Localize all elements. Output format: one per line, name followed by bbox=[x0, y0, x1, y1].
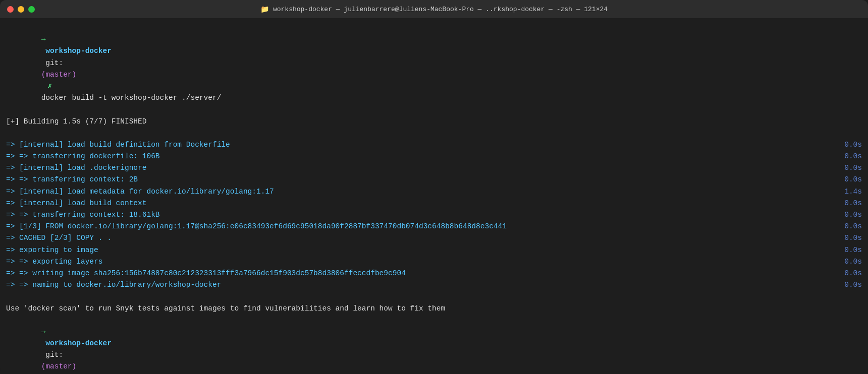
step-timing-11: 0.0s bbox=[834, 256, 862, 268]
minimize-button[interactable] bbox=[18, 6, 24, 13]
step-line-7: => => transferring context: 18.61kB 0.0s bbox=[6, 209, 862, 221]
folder-icon: 📁 bbox=[260, 5, 269, 14]
blank-line-1 bbox=[6, 128, 862, 139]
maximize-button[interactable] bbox=[28, 6, 35, 13]
prompt-line-2: → workshop-docker git: (master) ✗ docker… bbox=[6, 315, 862, 374]
prompt-git-1: git: bbox=[41, 59, 64, 67]
step-timing-8: 0.0s bbox=[834, 221, 862, 232]
step-line-2: => => transferring dockerfile: 106B 0.0s bbox=[6, 151, 862, 162]
step-text-13: => => naming to docker.io/library/worksh… bbox=[6, 279, 834, 291]
step-line-3: => [internal] load .dockerignore 0.0s bbox=[6, 162, 862, 174]
step-timing-4: 0.0s bbox=[834, 174, 862, 185]
step-timing-5: 1.4s bbox=[834, 186, 862, 198]
step-timing-12: 0.0s bbox=[834, 268, 862, 279]
step-text-2: => => transferring dockerfile: 106B bbox=[6, 151, 834, 162]
step-line-8: => [1/3] FROM docker.io/library/golang:1… bbox=[6, 221, 862, 232]
prompt-branch-2: (master) bbox=[41, 362, 77, 370]
step-line-5: => [internal] load metadata for docker.i… bbox=[6, 186, 862, 198]
step-line-1: => [internal] load build definition from… bbox=[6, 139, 862, 151]
terminal-body[interactable]: → workshop-docker git: (master) ✗ docker… bbox=[0, 18, 868, 374]
step-text-5: => [internal] load metadata for docker.i… bbox=[6, 186, 834, 198]
prompt-arrow-1: → bbox=[41, 35, 46, 43]
step-text-4: => => transferring context: 2B bbox=[6, 174, 834, 185]
step-line-12: => => writing image sha256:156b74887c80c… bbox=[6, 268, 862, 279]
step-text-9: => CACHED [2/3] COPY . . bbox=[6, 232, 834, 244]
step-timing-7: 0.0s bbox=[834, 209, 862, 221]
building-text: [+] Building 1.5s (7/7) FINISHED bbox=[6, 116, 862, 128]
step-text-7: => => transferring context: 18.61kB bbox=[6, 209, 834, 221]
window-controls bbox=[7, 6, 35, 13]
step-timing-13: 0.0s bbox=[834, 279, 862, 291]
snyk-notice-text: Use 'docker scan' to run Snyk tests agai… bbox=[6, 303, 862, 315]
prompt-line-1: → workshop-docker git: (master) ✗ docker… bbox=[6, 22, 862, 116]
step-timing-6: 0.0s bbox=[834, 198, 862, 209]
terminal-window: 📁 workshop-docker — julienbarrere@Julien… bbox=[0, 0, 868, 374]
step-timing-1: 0.0s bbox=[834, 139, 862, 151]
step-text-12: => => writing image sha256:156b74887c80c… bbox=[6, 268, 834, 279]
snyk-notice-line: Use 'docker scan' to run Snyk tests agai… bbox=[6, 303, 862, 315]
prompt-x-1: ✗ bbox=[43, 82, 57, 90]
blank-line-2 bbox=[6, 291, 862, 302]
close-button[interactable] bbox=[7, 6, 14, 13]
step-line-9: => CACHED [2/3] COPY . . 0.0s bbox=[6, 232, 862, 244]
step-text-1: => [internal] load build definition from… bbox=[6, 139, 834, 151]
step-line-11: => => exporting layers 0.0s bbox=[6, 256, 862, 268]
step-text-3: => [internal] load .dockerignore bbox=[6, 162, 834, 174]
building-line: [+] Building 1.5s (7/7) FINISHED bbox=[6, 116, 862, 128]
step-text-8: => [1/3] FROM docker.io/library/golang:1… bbox=[6, 221, 834, 232]
prompt-dir-2: workshop-docker bbox=[41, 339, 112, 347]
step-timing-9: 0.0s bbox=[834, 232, 862, 244]
step-line-6: => [internal] load build context 0.0s bbox=[6, 198, 862, 209]
step-timing-10: 0.0s bbox=[834, 244, 862, 256]
prompt-dir-1: workshop-docker bbox=[41, 47, 112, 55]
title-bar-text: 📁 workshop-docker — julienbarrere@Julien… bbox=[260, 5, 608, 14]
prompt-git-2: git: bbox=[41, 351, 64, 359]
step-text-10: => exporting to image bbox=[6, 244, 834, 256]
prompt-branch-1: (master) bbox=[41, 71, 77, 79]
step-timing-3: 0.0s bbox=[834, 162, 862, 174]
step-timing-2: 0.0s bbox=[834, 151, 862, 162]
command-1: docker build -t workshop-docker ./server… bbox=[41, 94, 222, 102]
step-line-13: => => naming to docker.io/library/worksh… bbox=[6, 279, 862, 291]
step-text-11: => => exporting layers bbox=[6, 256, 834, 268]
step-line-4: => => transferring context: 2B 0.0s bbox=[6, 174, 862, 185]
step-line-10: => exporting to image 0.0s bbox=[6, 244, 862, 256]
step-text-6: => [internal] load build context bbox=[6, 198, 834, 209]
window-title: workshop-docker — julienbarrere@Juliens-… bbox=[273, 6, 608, 13]
title-bar: 📁 workshop-docker — julienbarrere@Julien… bbox=[0, 0, 868, 18]
prompt-arrow-2: → bbox=[41, 328, 46, 336]
